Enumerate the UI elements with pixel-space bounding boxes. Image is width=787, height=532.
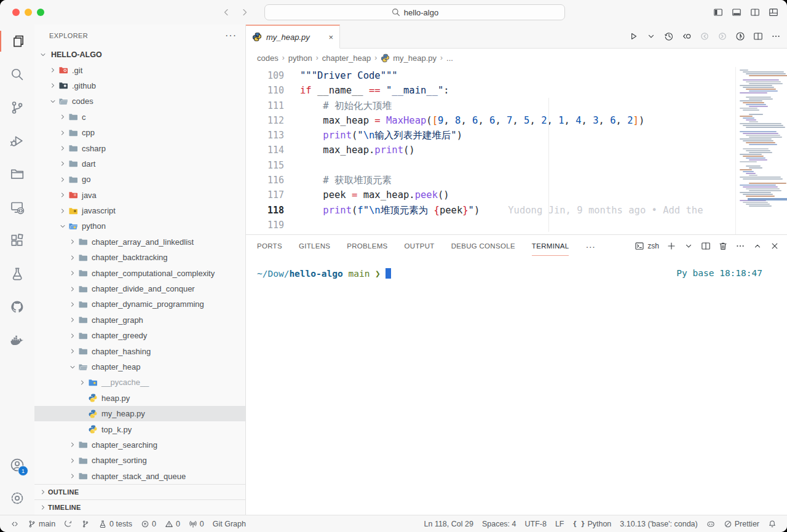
- status-item-bell-icon[interactable]: [764, 520, 781, 528]
- tree-item-csharp[interactable]: csharp: [34, 140, 245, 156]
- breadcrumb-item[interactable]: my_heap.py: [381, 54, 437, 63]
- status-item-0[interactable]: 0: [136, 520, 160, 528]
- status-item-lf[interactable]: LF: [551, 520, 569, 528]
- tree-item-heap-py[interactable]: heap.py: [34, 391, 245, 406]
- status-item-python[interactable]: { }Python: [569, 520, 616, 528]
- tree-item-chapter-stack-and-queue[interactable]: chapter_stack_and_queue: [34, 469, 245, 484]
- code-line-112[interactable]: 112 max_heap = MaxHeap([9, 8, 6, 6, 7, 5…: [246, 113, 787, 128]
- tree-item-chapter-heap[interactable]: chapter_heap: [34, 359, 245, 375]
- code-line-110[interactable]: 110if __name__ == "__main__":: [246, 83, 787, 98]
- tree-item-chapter-graph[interactable]: chapter_graph: [34, 312, 245, 328]
- status-item-git-graph[interactable]: Git Graph: [208, 520, 250, 528]
- section-timeline[interactable]: TIMELINE: [34, 499, 245, 515]
- code-editor[interactable]: 109"""Driver Code"""110if __name__ == "_…: [246, 67, 787, 234]
- breadcrumb-item[interactable]: codes: [257, 54, 279, 63]
- code-line-118[interactable]: 118 print(f"\n堆顶元素为 {peek}")Yudong Jin, …: [246, 203, 787, 218]
- tree-item-chapter-searching[interactable]: chapter_searching: [34, 437, 245, 453]
- tab-my-heap[interactable]: my_heap.py ×: [246, 25, 340, 49]
- shell-selector[interactable]: zsh: [635, 241, 659, 251]
- split-editor-icon[interactable]: [753, 31, 763, 41]
- code-line-115[interactable]: 115: [246, 158, 787, 173]
- code-line-116[interactable]: 116 # 获取堆顶元素: [246, 173, 787, 188]
- tree-item-go[interactable]: go: [34, 172, 245, 187]
- panel-action[interactable]: [718, 241, 728, 251]
- code-line-109[interactable]: 109"""Driver Code""": [246, 68, 787, 83]
- tree-item-chapter-hashing[interactable]: chapter_hashing: [34, 343, 245, 359]
- panel-tab-ports[interactable]: PORTS: [257, 237, 282, 255]
- activity-item-project-manager[interactable]: [0, 157, 34, 191]
- status-item-utf-8[interactable]: UTF-8: [521, 520, 551, 528]
- ellipsis-icon[interactable]: [771, 31, 781, 41]
- tree-item-chapter-array-and-linkedlist[interactable]: chapter_array_and_linkedlist: [34, 234, 245, 250]
- tree-item-chapter-sorting[interactable]: chapter_sorting: [34, 453, 245, 468]
- panel-action[interactable]: [770, 241, 780, 251]
- panel-action[interactable]: [701, 241, 711, 251]
- close-tab-icon[interactable]: ×: [328, 33, 333, 42]
- status-item-0[interactable]: 0: [184, 520, 208, 528]
- forward-icon[interactable]: [240, 7, 250, 17]
- breadcrumb-item[interactable]: chapter_heap: [322, 54, 371, 63]
- status-item-sync-icon[interactable]: [60, 520, 77, 528]
- minimize-window-button[interactable]: [25, 9, 32, 16]
- close-window-button[interactable]: [12, 9, 20, 16]
- activity-item-source-control[interactable]: [0, 91, 34, 124]
- activity-item-remote-explorer[interactable]: [0, 191, 34, 224]
- status-item-0-tests[interactable]: 0 tests: [94, 520, 136, 528]
- minimap[interactable]: [735, 67, 787, 234]
- history-icon[interactable]: [664, 31, 674, 41]
- panel-tab-problems[interactable]: PROBLEMS: [347, 237, 387, 255]
- activity-item-testing[interactable]: [0, 257, 34, 290]
- open-changes-icon[interactable]: [682, 31, 692, 41]
- tree-item-python[interactable]: python: [34, 218, 245, 234]
- explorer-more-actions[interactable]: ···: [225, 30, 237, 41]
- tree-item-javascript[interactable]: javascript: [34, 203, 245, 218]
- code-line-111[interactable]: 111 # 初始化大顶堆: [246, 98, 787, 113]
- tree-item-chapter-backtracking[interactable]: chapter_backtracking: [34, 250, 245, 265]
- activity-item-extensions[interactable]: [0, 224, 34, 257]
- status-item-ln-118-col-29[interactable]: Ln 118, Col 29: [420, 520, 478, 528]
- breadcrumb-item[interactable]: python: [288, 54, 312, 63]
- tree-item-chapter-greedy[interactable]: chapter_greedy: [34, 328, 245, 343]
- back-icon[interactable]: [221, 7, 231, 17]
- command-center-search[interactable]: hello-algo: [264, 4, 565, 20]
- panel-action[interactable]: [735, 241, 745, 251]
- tree-item-java[interactable]: java: [34, 188, 245, 203]
- tree-item-chapter-divide-and-conquer[interactable]: chapter_divide_and_conquer: [34, 281, 245, 296]
- toggle-panel-icon[interactable]: [732, 7, 742, 17]
- panel-tab-gitlens[interactable]: GITLENS: [299, 237, 330, 255]
- status-item-main[interactable]: main: [23, 520, 60, 528]
- tree-item-my-heap-py[interactable]: my_heap.py: [34, 406, 245, 421]
- activity-item-search[interactable]: [0, 58, 34, 91]
- customize-layout-icon[interactable]: [769, 7, 778, 17]
- breadcrumb-item[interactable]: ...: [446, 54, 453, 63]
- run-icon[interactable]: [628, 31, 638, 41]
- status-item-3-10-13-base-conda-[interactable]: 3.10.13 ('base': conda): [615, 520, 702, 528]
- terminal[interactable]: ~/Dow/hello-algo main ❯ Py base 18:18:47: [246, 257, 787, 279]
- tree-item-codes[interactable]: codes: [34, 93, 245, 109]
- code-line-113[interactable]: 113 print("\n输入列表并建堆后"): [246, 128, 787, 143]
- panel-tab-debug-console[interactable]: DEBUG CONSOLE: [451, 237, 515, 255]
- code-line-117[interactable]: 117 peek = max_heap.peek(): [246, 188, 787, 202]
- tree-item-c[interactable]: c: [34, 109, 245, 125]
- panel-action[interactable]: [666, 241, 676, 251]
- toggle-sidebar-icon[interactable]: [713, 7, 723, 17]
- panel-tab-terminal[interactable]: TERMINAL: [532, 237, 569, 256]
- status-item-remote-icon[interactable]: [6, 520, 23, 528]
- status-item-commit-graph-icon[interactable]: [77, 520, 94, 528]
- tree-item-top-k-py[interactable]: top_k.py: [34, 421, 245, 437]
- split-editor-icon[interactable]: [750, 7, 760, 17]
- activity-item-settings[interactable]: [0, 482, 34, 515]
- code-line-119[interactable]: 119: [246, 218, 787, 232]
- tree-item-chapter-dynamic-programming[interactable]: chapter_dynamic_programming: [34, 296, 245, 312]
- activity-item-github[interactable]: [0, 290, 34, 324]
- status-item-spaces-4[interactable]: Spaces: 4: [478, 520, 521, 528]
- activity-item-accounts[interactable]: 1: [0, 448, 34, 482]
- panel-action[interactable]: [753, 241, 762, 251]
- zoom-window-button[interactable]: [37, 9, 44, 16]
- gitlens-graph-icon[interactable]: [735, 31, 745, 41]
- status-item-copilot-icon[interactable]: [702, 520, 719, 528]
- activity-item-explorer[interactable]: [0, 25, 34, 58]
- tree-item--pycache-[interactable]: __pycache__: [34, 375, 245, 390]
- code-line-114[interactable]: 114 max_heap.print(): [246, 143, 787, 157]
- activity-item-run-debug[interactable]: [0, 124, 34, 157]
